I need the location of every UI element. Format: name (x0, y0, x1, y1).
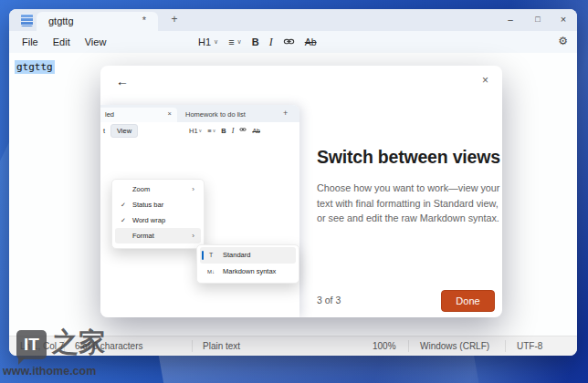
list-icon: ≡ (228, 36, 234, 47)
dialog-body-text: Choose how you want to work—view your te… (317, 181, 502, 226)
strikethrough-button[interactable]: Ab (305, 36, 317, 47)
mini-italic-button: I (232, 127, 235, 135)
dialog-title: Switch between views (317, 147, 502, 168)
bold-button[interactable]: B (252, 36, 259, 47)
editor-selected-text: gtgttg (15, 60, 55, 74)
submenu-arrow-icon: › (192, 181, 194, 197)
status-char-count: 6 of 6 characters (75, 341, 142, 351)
statusbar: Ln 1, Col 7 6 of 6 characters Plain text… (9, 336, 577, 356)
mini-tab-untitled: led × (100, 108, 177, 122)
status-zoom-level[interactable]: 100% (373, 341, 396, 351)
markdown-icon: M↓ (207, 264, 215, 280)
statusbar-divider (192, 340, 193, 352)
mini-menu-edit-partial: t (103, 127, 105, 135)
mini-tab-homework: Homework to do list (185, 110, 246, 119)
selection-accent-bar (202, 251, 204, 260)
list-icon: ≡ (207, 127, 211, 135)
desktop: gtgttg * + – □ × File Edit View H1∨ ≡∨ B… (0, 0, 588, 383)
minimize-button[interactable]: – (497, 9, 524, 31)
chevron-down-icon: ∨ (213, 128, 216, 133)
italic-button[interactable]: I (269, 36, 273, 49)
mini-submenu-item-standard: T Standard (200, 247, 296, 264)
statusbar-divider (64, 340, 65, 352)
mini-formatting-toolbar: H1∨ ≡∨ B I Ab (189, 122, 260, 139)
mini-menu-item-zoom: Zoom › (115, 181, 201, 197)
status-line-col: Ln 1, Col 7 (20, 341, 64, 351)
titlebar: gtgttg * + – □ × (9, 9, 577, 31)
standard-text-icon: T (209, 247, 213, 264)
heading-style-button[interactable]: H1∨ (198, 36, 218, 47)
mini-tab-close-icon: × (168, 109, 172, 118)
link-icon (283, 36, 295, 47)
mini-link-button (239, 126, 247, 135)
formatting-toolbar: H1∨ ≡∨ B I Ab (198, 31, 317, 53)
mini-heading-button: H1∨ (189, 127, 202, 135)
mini-menubar: t View H1∨ ≡∨ B I Ab (100, 122, 299, 139)
new-tab-button[interactable]: + (167, 13, 182, 27)
status-doc-type: Plain text (203, 341, 240, 351)
menu-group: File Edit View (15, 31, 113, 53)
ithome-url: www.ithome.com (3, 365, 96, 378)
mini-tab-bar: led × Homework to do list + (100, 105, 299, 122)
mini-bold-button: B (221, 127, 226, 135)
menu-edit[interactable]: Edit (46, 34, 78, 50)
unsaved-indicator: * (142, 15, 146, 26)
chevron-down-icon: ∨ (214, 38, 218, 45)
mini-strikethrough-button: Ab (252, 128, 260, 134)
statusbar-divider (408, 340, 409, 352)
tutorial-dialog: led × Homework to do list + t View H1∨ ≡… (100, 66, 502, 317)
mini-screenshot: led × Homework to do list + t View H1∨ ≡… (100, 105, 299, 317)
mini-format-submenu: T Standard M↓ Markdown syntax (196, 244, 299, 284)
menubar: File Edit View H1∨ ≡∨ B I Ab ⚙ (9, 31, 577, 53)
status-encoding: UTF-8 (517, 341, 542, 351)
link-button[interactable] (283, 36, 295, 49)
mini-new-tab-icon: + (283, 109, 288, 118)
chevron-down-icon: ∨ (199, 128, 203, 133)
mini-menu-item-format: Format › (115, 228, 201, 243)
list-style-button[interactable]: ≡∨ (228, 36, 242, 47)
mini-tab-title: led (105, 110, 114, 119)
link-icon (239, 126, 247, 133)
chevron-down-icon: ∨ (237, 38, 242, 45)
check-icon: ✓ (121, 197, 126, 212)
mini-menu-item-word-wrap: ✓ Word wrap (115, 212, 201, 228)
mini-view-menu: Zoom › ✓ Status bar ✓ Word wrap Format › (111, 179, 205, 249)
submenu-arrow-icon: › (192, 228, 194, 243)
check-icon: ✓ (121, 212, 126, 228)
notepad-window: gtgttg * + – □ × File Edit View H1∨ ≡∨ B… (9, 9, 577, 356)
back-button[interactable]: ← (112, 72, 132, 90)
close-button[interactable]: × (550, 9, 577, 31)
notepad-app-icon (21, 14, 33, 26)
done-button[interactable]: Done (441, 290, 495, 312)
pagination-label: 3 of 3 (317, 295, 341, 305)
mini-menu-item-status-bar: ✓ Status bar (115, 197, 201, 212)
mini-list-button: ≡∨ (207, 127, 215, 135)
settings-button[interactable]: ⚙ (558, 35, 568, 47)
mini-menu-view: View (110, 124, 138, 138)
dialog-close-button[interactable]: × (478, 72, 492, 88)
tab-gtgttg[interactable]: gtgttg * (37, 12, 158, 31)
status-line-endings: Windows (CRLF) (420, 341, 489, 351)
menu-view[interactable]: View (78, 34, 114, 50)
maximize-button[interactable]: □ (524, 9, 551, 31)
mini-submenu-item-markdown: M↓ Markdown syntax (200, 264, 296, 280)
statusbar-divider (505, 340, 506, 352)
menu-file[interactable]: File (15, 34, 46, 50)
tab-title: gtgttg (48, 16, 74, 26)
